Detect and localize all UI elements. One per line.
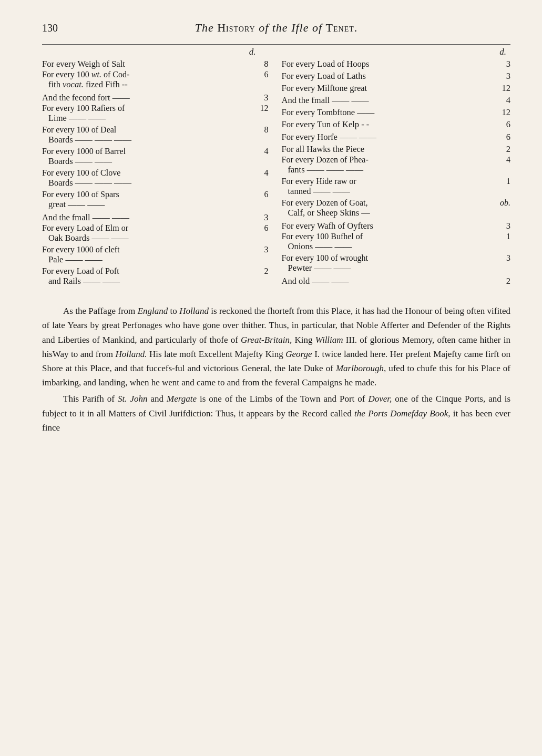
page-title: The HISTORY of the Ifle of TENET. <box>58 21 495 35</box>
table-row: And the fecond fort —— 3 <box>42 91 269 104</box>
table-row: For every Load of Laths 3 <box>282 70 511 82</box>
table-row: For every Wafh of Oyfters 3 <box>282 220 511 232</box>
page-number: 130 <box>42 22 58 34</box>
title-the: The <box>195 21 214 34</box>
right-column: d. For every Load of Hoops 3 For every L… <box>277 47 511 288</box>
title-the2: the <box>272 21 291 34</box>
left-column: d. For every Weigh of Salt 8 For every 1… <box>42 47 277 288</box>
table-row: And the fmall —— —— 4 <box>282 94 511 106</box>
table-row: For every Horfe —— —— 6 <box>282 131 511 143</box>
table-row: For every Milftone great 12 <box>282 82 511 94</box>
d-header-right: d. <box>282 47 511 57</box>
table-row: For every 100 wt. of Cod- 6 fith vocat. … <box>42 70 269 90</box>
table-row: For every Load of Hoops 3 <box>282 58 511 70</box>
title-of1: of <box>259 21 272 34</box>
table-row: For every 100 of Spars 6 great —— —— <box>42 190 269 210</box>
table-row: And the fmall —— —— 3 <box>42 211 269 223</box>
table-row: For all Hawks the Piece 2 <box>282 143 511 155</box>
table-row: For every Dozen of Goat, ob. Calf, or Sh… <box>282 198 511 218</box>
paragraph-1: As the Paffage from England to Holland i… <box>42 304 510 390</box>
body-text: As the Paffage from England to Holland i… <box>42 304 510 435</box>
table-row: For every 100 of Deal 8 Boards —— —— —— <box>42 125 269 145</box>
table-row: For every 1000 of cleft 3 Pale —— —— <box>42 245 269 265</box>
title-history: HISTORY <box>217 21 255 34</box>
title-of2: of <box>312 21 326 34</box>
page-header: 130 The HISTORY of the Ifle of TENET. <box>42 21 510 35</box>
table-row: For every 100 Bufhel of 1 Onions —— —— <box>282 232 511 252</box>
page-container: 130 The HISTORY of the Ifle of TENET. d.… <box>42 21 510 435</box>
table-row: For every Weigh of Salt 8 <box>42 58 269 70</box>
table-row: For every 100 Rafiers of 12 Lime —— —— <box>42 104 269 124</box>
title-isle: Ifle <box>291 21 312 34</box>
title-tenet: TENET. <box>326 21 358 34</box>
d-header-left: d. <box>42 47 269 57</box>
table-section: d. For every Weigh of Salt 8 For every 1… <box>42 44 510 288</box>
table-row: For every Hide raw or 1 tanned —— —— <box>282 177 511 197</box>
table-row: For every Tun of Kelp - - 6 <box>282 118 511 130</box>
table-row: For every Dozen of Phea- 4 fants —— —— —… <box>282 155 511 175</box>
table-row: For every Load of Poft 2 and Rails —— —— <box>42 267 269 287</box>
table-row: And old —— —— 2 <box>282 275 511 287</box>
table-row: For every 100 of wrought 3 Pewter —— —— <box>282 253 511 273</box>
paragraph-2: This Parifh of St. John and Mergate is o… <box>42 392 510 435</box>
table-row: For every 100 of Clove 4 Boards —— —— —— <box>42 168 269 188</box>
table-row: For every 1000 of Barrel 4 Boards —— —— <box>42 147 269 167</box>
table-row: For every Load of Elm or 6 Oak Boards ——… <box>42 223 269 243</box>
table-row: For every Tombftone —— 12 <box>282 106 511 118</box>
